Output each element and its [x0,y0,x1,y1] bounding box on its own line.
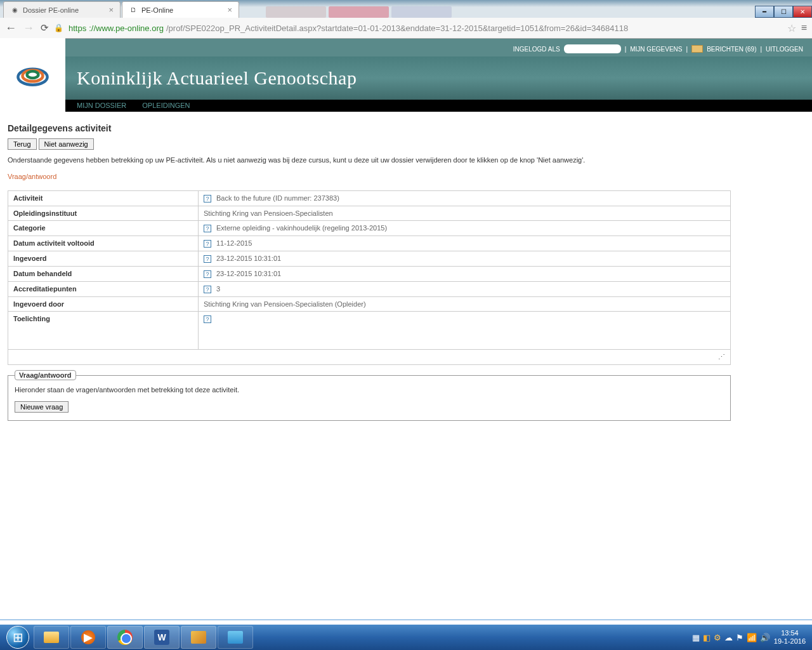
url-scheme: https [69,23,86,33]
taskbar-word[interactable]: W [144,626,180,649]
table-row: Categorie?Externe opleiding - vakinhoude… [8,221,731,236]
table-row: Activiteit?Back to the future (ID nummer… [8,191,731,206]
detail-value-text: 23-12-2015 10:31:01 [216,255,281,262]
help-icon[interactable]: ? [204,195,211,202]
svg-point-2 [27,71,39,78]
table-row: Toelichting? [8,312,731,350]
table-row: Datum behandeld?23-12-2015 10:31:01 [8,267,731,282]
detail-value: Stichting Kring van Pensioen-Specialiste… [199,206,731,221]
start-button[interactable] [3,625,33,650]
hamburger-menu-icon[interactable]: ≡ [801,22,807,34]
help-icon[interactable]: ? [204,240,211,248]
logout-link[interactable]: UITLOGGEN [766,46,803,53]
detail-label: Toelichting [8,312,199,350]
minimize-button[interactable]: ━ [755,6,774,18]
globe-icon: ◉ [10,6,19,15]
qa-intro: Hieronder staan de vragen/antwoorden met… [15,386,724,394]
close-window-button[interactable]: ✕ [793,6,812,18]
header-band: Koninklijk Actuarieel Genootschap [65,56,812,100]
nav-opleidingen[interactable]: OPLEIDINGEN [142,102,190,109]
detail-value: ?Externe opleiding - vakinhoudelijk (reg… [199,221,731,236]
page-title: Detailgegevens activiteit [8,123,804,133]
reload-icon[interactable]: ⟳ [41,22,49,34]
mail-icon[interactable] [691,45,703,53]
tray-icon[interactable]: ☁ [724,633,733,642]
table-row: Ingevoerd doorStichting Kring van Pensio… [8,297,731,312]
logged-in-label: INGELOGD ALS [513,46,560,53]
maximize-button[interactable]: ☐ [774,6,793,18]
url-host: ://www.pe-online.org [89,23,164,33]
windows-taskbar: ▶ W ▦ ◧ ⚙ ☁ ⚑ 📶 🔊 13:54 19-1-2016 [0,625,812,650]
detail-value: ?23-12-2015 10:31:01 [199,251,731,267]
logo-icon [15,63,50,88]
new-question-button[interactable]: Nieuwe vraag [15,401,69,413]
background-window-hints [266,6,452,18]
detail-value: ? [199,312,731,350]
close-icon[interactable]: × [227,5,232,15]
my-data-link[interactable]: MIJN GEGEVENS [630,46,682,53]
detail-value: ?11-12-2015 [199,236,731,251]
detail-label: Datum behandeld [8,267,199,282]
tab-title: Dossier PE-online [23,6,79,14]
close-icon[interactable]: × [108,5,114,15]
taskbar-explorer[interactable] [34,626,69,649]
detail-label: Categorie [8,221,199,236]
system-tray: ▦ ◧ ⚙ ☁ ⚑ 📶 🔊 13:54 19-1-2016 [692,629,809,646]
org-title: Koninklijk Actuarieel Genootschap [65,67,357,89]
taskbar-paint[interactable] [181,626,216,649]
back-button[interactable]: Terug [8,138,37,150]
back-icon[interactable]: ← [5,22,16,35]
messages-link[interactable]: BERICHTEN (69) [707,46,756,53]
address-bar[interactable]: https://www.pe-online.org/prof/SPE022op_… [69,23,782,33]
tray-icon[interactable]: ◧ [703,633,710,642]
resize-handle[interactable]: ⋰ [8,350,731,365]
forward-icon[interactable]: → [23,22,34,35]
qa-anchor-link[interactable]: Vraag/antwoord [8,173,56,180]
detail-value: ?Back to the future (ID nummer: 237383) [199,191,731,206]
detail-value-text: 23-12-2015 10:31:01 [216,270,281,277]
tray-flag-icon[interactable]: ⚑ [736,633,743,642]
window-controls: ━ ☐ ✕ [755,6,812,18]
detail-value-text: Stichting Kring van Pensioen-Specialiste… [204,209,333,217]
browser-tabs-row: ◉ Dossier PE-online × 🗋 PE-Online × ━ ☐ … [0,0,812,18]
detail-value-text: Back to the future (ID nummer: 237383) [216,194,339,202]
tray-icon[interactable]: ▦ [692,633,700,642]
browser-tab-inactive[interactable]: ◉ Dossier PE-online × [3,1,121,18]
browser-tab-active[interactable]: 🗋 PE-Online × [122,1,239,18]
user-top-bar: INGELOGD ALS | MIJN GEGEVENS | BERICHTEN… [65,41,812,56]
help-icon[interactable]: ? [204,315,211,323]
details-table: Activiteit?Back to the future (ID nummer… [8,190,731,365]
tray-network-icon[interactable]: 📶 [747,633,757,642]
help-icon[interactable]: ? [204,270,211,278]
detail-label: Ingevoerd [8,251,199,267]
tray-icons[interactable]: ▦ ◧ ⚙ ☁ ⚑ 📶 🔊 [692,633,770,642]
taskbar-media-player[interactable]: ▶ [70,626,106,649]
browser-chrome: ◉ Dossier PE-online × 🗋 PE-Online × ━ ☐ … [0,0,812,39]
qa-fieldset: Vraag/antwoord Hieronder staan de vragen… [8,375,731,421]
tray-icon[interactable]: ⚙ [714,633,721,642]
bookmark-star-icon[interactable]: ☆ [787,22,796,34]
qa-legend: Vraag/antwoord [15,370,76,380]
detail-value: Stichting Kring van Pensioen-Specialiste… [199,297,731,312]
tray-clock[interactable]: 13:54 19-1-2016 [774,629,806,646]
nav-my-dossier[interactable]: MIJN DOSSIER [77,102,126,109]
help-icon[interactable]: ? [204,255,211,263]
main-nav: MIJN DOSSIER OPLEIDINGEN [65,100,812,112]
taskbar-photos[interactable] [218,626,253,649]
detail-label: Accreditatiepunten [8,282,199,297]
taskbar-chrome[interactable] [107,626,143,649]
separator: | [760,46,762,53]
lock-icon[interactable]: 🔒 [54,23,63,32]
org-logo [0,38,65,113]
help-icon[interactable]: ? [204,286,211,293]
detail-value: ?23-12-2015 10:31:01 [199,267,731,282]
tray-volume-icon[interactable]: 🔊 [760,633,770,642]
detail-label: Activiteit [8,191,199,206]
table-row: Accreditatiepunten?3 [8,282,731,297]
url-path: /prof/SPE022op_PR_ActiviteitDetail.aspx?… [166,23,628,33]
absent-button[interactable]: Niet aanwezig [39,138,94,150]
detail-label: Datum activiteit voltooid [8,236,199,251]
help-icon[interactable]: ? [204,225,211,232]
page-area: INGELOGD ALS | MIJN GEGEVENS | BERICHTEN… [0,39,812,428]
detail-label: Ingevoerd door [8,297,199,312]
